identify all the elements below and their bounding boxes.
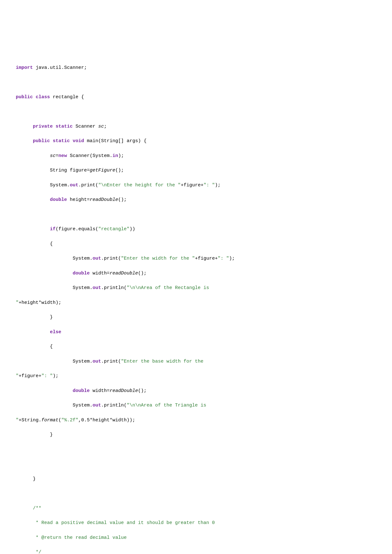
code-line-brace-close-if: } (16, 314, 383, 321)
code-line-comment1-open: /** (16, 505, 383, 512)
code-blank (16, 490, 383, 497)
code-line-comment1-return: * @return the read decimal value (16, 534, 383, 541)
code-line-class: public class rectangle { (16, 93, 383, 101)
code-line-print-base: System.out.print("Enter the base width f… (16, 358, 383, 365)
code-blank (16, 461, 383, 468)
code-line-brace-open: { (16, 240, 383, 248)
code-line-else-close: } (16, 431, 383, 438)
code-line-string-fig: String figure=getFigure(); (16, 167, 383, 174)
code-line-comment1-close: */ (16, 549, 383, 554)
code-line-height: double height=readDouble(); (16, 196, 383, 203)
code-editor: import java.util.Scanner; public class r… (16, 13, 383, 554)
code-line-base-cont: "+figure+": "); (16, 372, 383, 380)
code-line-field: private static Scanner sc; (16, 123, 383, 130)
code-line-println-rect: System.out.println("\n\nArea of the Rect… (16, 284, 383, 292)
code-line-comment1-body: * Read a positive decimal value and it s… (16, 519, 383, 527)
code-line-else-brace: { (16, 343, 383, 350)
code-blank (16, 211, 383, 218)
code-blank (16, 79, 383, 86)
code-blank (16, 446, 383, 453)
code-line-main: public static void main(String[] args) { (16, 137, 383, 145)
code-line-rect-cont: "+height*width); (16, 299, 383, 306)
code-line-println-tri: System.out.println("\n\nArea of the Tria… (16, 402, 383, 409)
code-line-width: double width=readDouble(); (16, 270, 383, 277)
code-line-import: import java.util.Scanner; (16, 64, 383, 71)
code-line-print1: System.out.print("\nEnter the height for… (16, 182, 383, 189)
code-line-double-width: double width=readDouble(); (16, 387, 383, 394)
code-blank (16, 108, 383, 115)
code-line-if: if(figure.equals("rectangle")) (16, 226, 383, 233)
code-line-main-close: } (16, 475, 383, 483)
code-line-sc-init: sc=new Scanner(System.in); (16, 152, 383, 160)
code-line-print-width: System.out.print("Enter the width for th… (16, 255, 383, 262)
code-line-tri-cont: "+String.format("%.2f",0.5*height*width)… (16, 417, 383, 424)
code-line-else: else (16, 328, 383, 336)
